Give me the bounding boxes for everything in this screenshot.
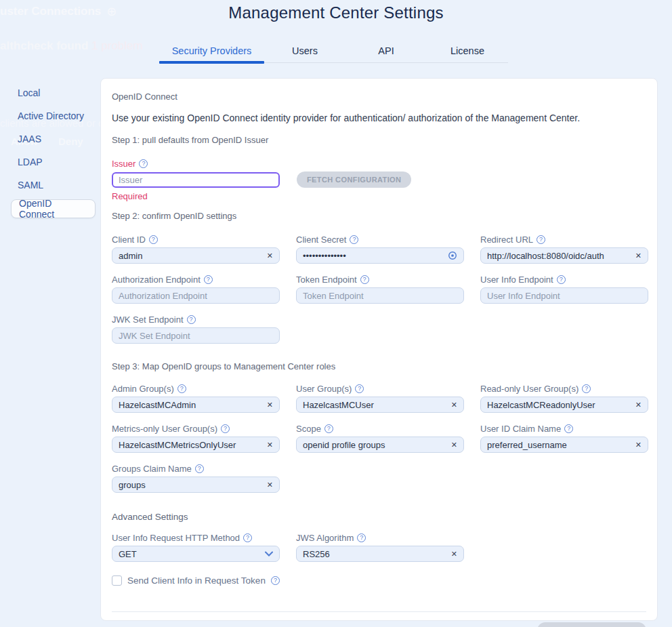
help-icon[interactable]: ? (357, 533, 366, 542)
issuer-label: Issuer ? (112, 159, 646, 169)
sidebar-item-openid-connect[interactable]: OpenID Connect (11, 199, 96, 218)
clear-icon[interactable]: ✕ (451, 550, 457, 559)
field-user-id-claim-name: User ID Claim Name? ✕ (480, 424, 648, 453)
help-icon[interactable]: ? (204, 275, 213, 284)
help-icon[interactable]: ? (149, 235, 158, 244)
tab-security-providers[interactable]: Security Providers (159, 43, 264, 62)
section-title: OpenID Connect (112, 92, 646, 102)
send-client-info-checkbox[interactable] (112, 575, 122, 586)
help-icon[interactable]: ? (324, 424, 333, 433)
authorization-endpoint-input[interactable] (119, 291, 273, 301)
sidebar-item-local[interactable]: Local (11, 81, 96, 104)
clear-icon[interactable]: ✕ (451, 401, 457, 409)
help-icon[interactable]: ? (355, 384, 364, 393)
field-admin-groups: Admin Group(s)? ✕ (112, 384, 280, 413)
field-authorization-endpoint: Authorization Endpoint? (112, 275, 280, 304)
help-icon[interactable]: ? (271, 576, 280, 585)
user-groups-input[interactable] (303, 400, 447, 410)
metrics-only-user-groups-input[interactable] (119, 440, 263, 450)
user-id-claim-name-label: User ID Claim Name (480, 424, 561, 434)
security-providers-sidebar: Local Active Directory JAAS LDAP SAML Op… (11, 81, 96, 218)
clear-icon[interactable]: ✕ (451, 441, 457, 449)
http-method-value: GET (119, 549, 137, 559)
step2-text: Step 2: confirm OpenID settings (112, 211, 646, 221)
tab-api[interactable]: API (345, 43, 427, 62)
advanced-settings-title: Advanced Settings (112, 512, 646, 522)
issuer-input[interactable] (119, 175, 273, 185)
help-icon[interactable]: ? (350, 235, 358, 244)
scope-input[interactable] (303, 440, 447, 450)
user-id-claim-name-input[interactable] (487, 440, 631, 450)
help-icon[interactable]: ? (243, 533, 252, 542)
field-user-info-endpoint: User Info Endpoint? (480, 275, 648, 304)
scope-label: Scope (296, 424, 321, 434)
sidebar-item-active-directory[interactable]: Active Directory (11, 104, 96, 127)
send-client-info-row: Send Client Info in Request Token ? (112, 575, 646, 586)
help-icon[interactable]: ? (360, 275, 369, 284)
clear-icon[interactable]: ✕ (635, 251, 642, 260)
help-icon[interactable]: ? (557, 275, 566, 284)
issuer-input-wrap (112, 172, 280, 188)
chevron-down-icon (265, 551, 273, 557)
send-client-info-label: Send Client Info in Request Token (127, 575, 266, 586)
help-icon[interactable]: ? (582, 384, 591, 393)
settings-tabs: Security Providers Users API License (159, 43, 508, 63)
tab-users[interactable]: Users (264, 43, 345, 62)
clear-icon[interactable]: ✕ (635, 401, 642, 409)
authorization-endpoint-label: Authorization Endpoint (112, 275, 201, 285)
jws-algorithm-label: JWS Algorithm (296, 533, 354, 543)
user-info-endpoint-input[interactable] (487, 291, 642, 301)
field-client-id: Client ID? ✕ (112, 235, 280, 264)
jws-algorithm-input[interactable] (303, 549, 447, 559)
clear-icon[interactable]: ✕ (267, 251, 273, 260)
field-scope: Scope? ✕ (296, 424, 464, 453)
issuer-field: Issuer ? FETCH CONFIGURATION Required (112, 159, 646, 201)
clear-icon[interactable]: ✕ (635, 441, 642, 449)
client-id-input[interactable] (119, 251, 263, 261)
ghost-healthcheck: althcheck found 1 problem (0, 39, 143, 53)
field-redirect-url: Redirect URL? ✕ (480, 235, 648, 264)
tab-license[interactable]: License (427, 43, 508, 62)
field-user-groups: User Group(s)? ✕ (296, 384, 464, 413)
client-secret-input[interactable] (303, 251, 444, 261)
help-icon[interactable]: ? (195, 464, 204, 473)
metrics-only-user-groups-label: Metrics-only User Group(s) (112, 424, 217, 434)
token-endpoint-label: Token Endpoint (296, 275, 357, 285)
step3-text: Step 3: Map OpenID groups to Management … (112, 361, 646, 371)
readonly-user-groups-input[interactable] (487, 400, 631, 410)
jwk-set-endpoint-label: JWK Set Endpoint (112, 315, 184, 325)
admin-groups-input[interactable] (119, 400, 263, 410)
footer-divider (112, 611, 646, 612)
help-icon[interactable]: ? (177, 384, 186, 393)
help-icon[interactable]: ? (537, 235, 545, 244)
clear-icon[interactable]: ✕ (267, 441, 273, 449)
issuer-label-text: Issuer (112, 159, 135, 169)
groups-claim-name-label: Groups Claim Name (112, 464, 192, 474)
sidebar-item-saml[interactable]: SAML (11, 174, 96, 197)
step1-text: Step 1: pull defaults from OpenID Issuer (112, 135, 646, 145)
field-readonly-user-groups: Read-only User Group(s)? ✕ (480, 384, 648, 413)
clear-icon[interactable]: ✕ (267, 481, 273, 489)
section-description: Use your existing OpenID Connect identit… (112, 113, 646, 123)
save-configuration-button[interactable]: SAVE CONFIGURATION (537, 622, 646, 627)
http-method-select[interactable]: GET (112, 546, 280, 562)
jwk-set-endpoint-input[interactable] (119, 331, 273, 341)
sidebar-item-ldap[interactable]: LDAP (11, 150, 96, 174)
openid-connect-panel: OpenID Connect Use your existing OpenID … (100, 78, 658, 621)
ghost-text: althcheck found (0, 39, 88, 52)
ghost-text: 1 problem (88, 39, 142, 52)
field-groups-claim-name: Groups Claim Name? ✕ (112, 464, 280, 493)
groups-claim-name-input[interactable] (119, 480, 263, 490)
token-endpoint-input[interactable] (303, 291, 457, 301)
help-icon[interactable]: ? (139, 159, 148, 168)
panel-footer: Click here for more information about co… (112, 622, 646, 627)
help-icon[interactable]: ? (187, 315, 196, 324)
sidebar-item-jaas[interactable]: JAAS (11, 127, 96, 150)
http-method-label: User Info Request HTTP Method (112, 533, 240, 543)
clear-icon[interactable]: ✕ (267, 401, 273, 409)
help-icon[interactable]: ? (221, 424, 230, 433)
redirect-url-input[interactable] (487, 251, 631, 261)
help-icon[interactable]: ? (564, 424, 573, 433)
fetch-configuration-button[interactable]: FETCH CONFIGURATION (297, 171, 411, 188)
eye-icon[interactable] (448, 251, 457, 260)
